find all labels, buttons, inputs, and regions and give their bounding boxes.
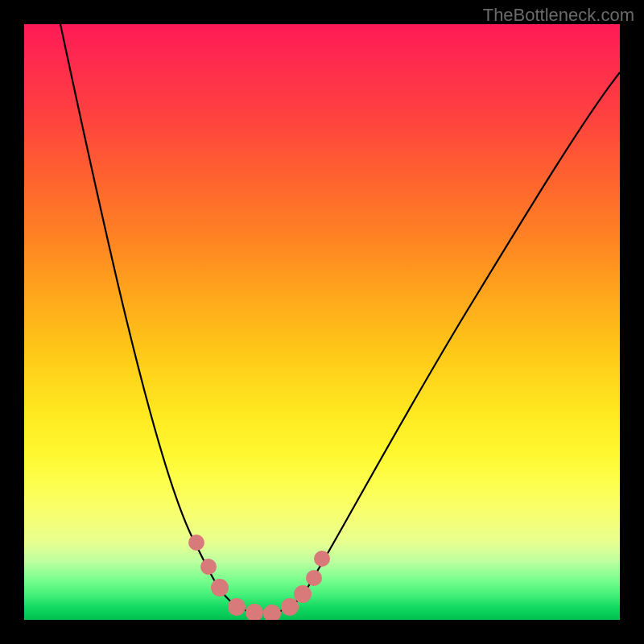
curve-marker bbox=[211, 579, 229, 597]
curve-marker bbox=[314, 551, 330, 567]
curve-marker bbox=[281, 598, 299, 616]
chart-container: TheBottleneck.com bbox=[0, 0, 644, 644]
plot-region bbox=[24, 24, 620, 620]
marker-group bbox=[188, 535, 330, 620]
curve-marker bbox=[306, 570, 322, 586]
curve-marker bbox=[263, 605, 281, 620]
bottleneck-curve bbox=[60, 24, 620, 613]
curve-marker bbox=[188, 535, 204, 551]
curve-marker bbox=[294, 585, 312, 603]
curve-svg bbox=[24, 24, 620, 620]
curve-marker bbox=[228, 598, 246, 616]
curve-marker bbox=[246, 604, 263, 620]
watermark-text: TheBottleneck.com bbox=[483, 5, 634, 26]
curve-marker bbox=[200, 559, 217, 575]
